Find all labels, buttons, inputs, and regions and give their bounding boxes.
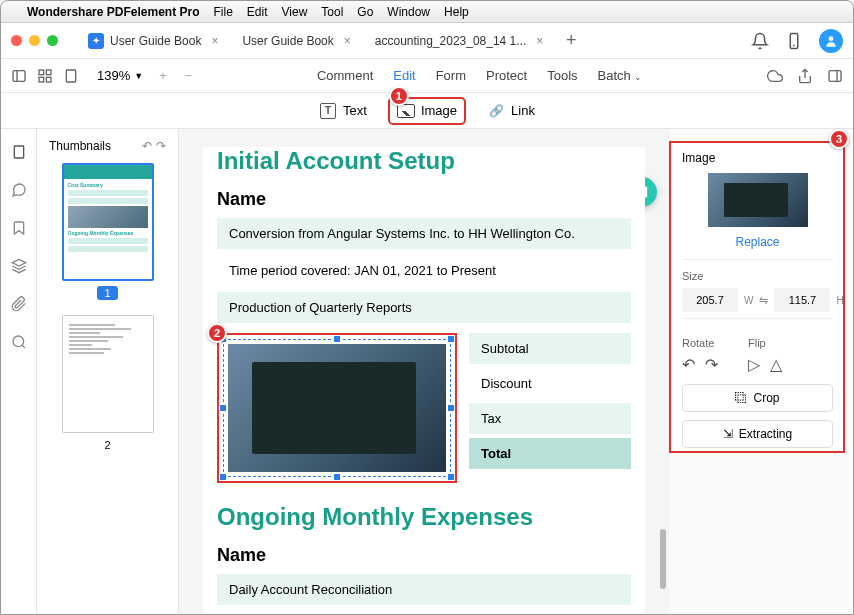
document-page: Initial Account Setup Name Conversion fr… <box>203 147 645 615</box>
rotate-right-icon[interactable]: ↷ <box>705 355 718 374</box>
menu-view[interactable]: View <box>282 5 308 19</box>
vertical-scrollbar[interactable] <box>659 129 667 615</box>
mode-menu: Comment Edit Form Protect Tools Batch ⌄ <box>317 68 643 83</box>
summary-total[interactable]: Total <box>469 438 631 469</box>
flip-vertical-icon[interactable]: △ <box>770 355 782 374</box>
thumbnails-title: Thumbnails <box>49 139 111 153</box>
resize-handle[interactable] <box>447 335 455 343</box>
cloud-icon[interactable] <box>767 68 783 84</box>
bell-icon[interactable] <box>751 32 769 50</box>
menu-window[interactable]: Window <box>387 5 430 19</box>
zoom-value: 139% <box>97 68 130 83</box>
menu-form[interactable]: Form <box>436 68 466 83</box>
table-row[interactable]: Time period covered: JAN 01, 2021 to Pre… <box>217 255 631 286</box>
menu-help[interactable]: Help <box>444 5 469 19</box>
menu-edit[interactable]: Edit <box>247 5 268 19</box>
page-number: 2 <box>104 439 110 451</box>
user-avatar[interactable] <box>819 29 843 53</box>
close-tab-icon[interactable]: × <box>344 34 351 48</box>
edit-text-button[interactable]: T Text <box>311 98 375 124</box>
bookmarks-rail-icon[interactable] <box>10 219 28 237</box>
resize-handle[interactable] <box>219 473 227 481</box>
main-toolbar: 139% ▼ + − Comment Edit Form Protect Too… <box>1 59 853 93</box>
selected-image[interactable]: 2 <box>217 333 457 483</box>
svg-rect-9 <box>66 70 75 82</box>
resize-handle[interactable] <box>219 404 227 412</box>
table-row[interactable]: Production of Quarterly Reports <box>217 292 631 323</box>
zoom-out-button[interactable]: − <box>185 68 193 83</box>
attachments-rail-icon[interactable] <box>10 295 28 313</box>
menu-file[interactable]: File <box>214 5 233 19</box>
resize-handle[interactable] <box>333 473 341 481</box>
link-label: Link <box>511 103 535 118</box>
svg-rect-7 <box>39 77 44 82</box>
flip-horizontal-icon[interactable]: ▷ <box>748 355 760 374</box>
mobile-icon[interactable] <box>785 32 803 50</box>
zoom-control[interactable]: 139% ▼ <box>97 68 143 83</box>
height-unit: H <box>836 295 843 306</box>
fullscreen-window-button[interactable] <box>47 35 58 46</box>
close-tab-icon[interactable]: × <box>211 34 218 48</box>
minimize-window-button[interactable] <box>29 35 40 46</box>
layers-rail-icon[interactable] <box>10 257 28 275</box>
summary-discount[interactable]: Discount <box>469 368 631 399</box>
chevron-down-icon: ▼ <box>134 71 143 81</box>
comments-rail-icon[interactable] <box>10 181 28 199</box>
svg-rect-6 <box>46 70 51 75</box>
thumbnails-panel: Thumbnails ↶ ↷ Cost Summary Ongoing Mont… <box>37 129 179 615</box>
menu-edit[interactable]: Edit <box>393 68 415 83</box>
menu-comment[interactable]: Comment <box>317 68 373 83</box>
share-icon[interactable] <box>797 68 813 84</box>
menu-batch[interactable]: Batch ⌄ <box>598 68 643 83</box>
resize-handle[interactable] <box>333 335 341 343</box>
rotate-right-icon[interactable]: ↷ <box>156 139 166 153</box>
document-tab-1[interactable]: ✦ User Guide Book × <box>80 29 226 53</box>
menu-tools[interactable]: Tools <box>547 68 577 83</box>
rotate-left-icon[interactable]: ↶ <box>142 139 152 153</box>
extracting-button[interactable]: ⇲ Extracting <box>682 420 833 448</box>
thumbnails-rail-icon[interactable] <box>10 143 28 161</box>
edit-image-button[interactable]: 1 Image <box>389 98 465 124</box>
table-row[interactable]: Bi-Monthly Payroll Services <box>217 611 631 615</box>
new-tab-button[interactable]: + <box>559 29 583 53</box>
thumbnail-page-1[interactable]: Cost Summary Ongoing Monthly Expenses 1 <box>62 163 154 299</box>
resize-handle[interactable] <box>447 473 455 481</box>
rotate-label: Rotate <box>682 337 718 349</box>
sidebar-toggle-icon[interactable] <box>11 68 27 84</box>
close-window-button[interactable] <box>11 35 22 46</box>
document-viewport[interactable]: Initial Account Setup Name Conversion fr… <box>179 129 669 615</box>
rotate-left-icon[interactable]: ↶ <box>682 355 695 374</box>
resize-handle[interactable] <box>447 404 455 412</box>
panel-toggle-icon[interactable] <box>827 68 843 84</box>
thumbnail-page-2[interactable]: 2 <box>62 315 154 451</box>
zoom-in-button[interactable]: + <box>159 68 167 83</box>
link-icon <box>487 102 505 120</box>
replace-image-link[interactable]: Replace <box>682 235 833 249</box>
table-row[interactable]: Conversion from Angular Systems Inc. to … <box>217 218 631 249</box>
table-row[interactable]: Daily Account Reconciliation <box>217 574 631 605</box>
crop-button[interactable]: ⿻ Crop <box>682 384 833 412</box>
grid-view-icon[interactable] <box>37 68 53 84</box>
svg-rect-12 <box>14 146 23 158</box>
svg-rect-8 <box>46 77 51 82</box>
flip-label: Flip <box>748 337 782 349</box>
search-rail-icon[interactable] <box>10 333 28 351</box>
chevron-down-icon: ⌄ <box>634 72 642 82</box>
width-input[interactable] <box>682 288 738 312</box>
aspect-lock-icon[interactable]: ⇋ <box>759 294 768 307</box>
edit-link-button[interactable]: Link <box>479 98 543 124</box>
close-tab-icon[interactable]: × <box>536 34 543 48</box>
window-titlebar: ✦ User Guide Book × User Guide Book × ac… <box>1 23 853 59</box>
single-page-icon[interactable] <box>63 68 79 84</box>
scrollbar-thumb[interactable] <box>660 529 666 589</box>
menubar-app-name[interactable]: Wondershare PDFelement Pro <box>27 5 200 19</box>
menu-protect[interactable]: Protect <box>486 68 527 83</box>
menu-tool[interactable]: Tool <box>321 5 343 19</box>
height-input[interactable] <box>774 288 830 312</box>
document-tab-2[interactable]: User Guide Book × <box>234 30 358 52</box>
summary-subtotal[interactable]: Subtotal <box>469 333 631 364</box>
document-tab-3-active[interactable]: accounting_2023_08_14 1... × <box>367 30 551 52</box>
menu-go[interactable]: Go <box>357 5 373 19</box>
summary-tax[interactable]: Tax <box>469 403 631 434</box>
extracting-label: Extracting <box>739 427 792 441</box>
